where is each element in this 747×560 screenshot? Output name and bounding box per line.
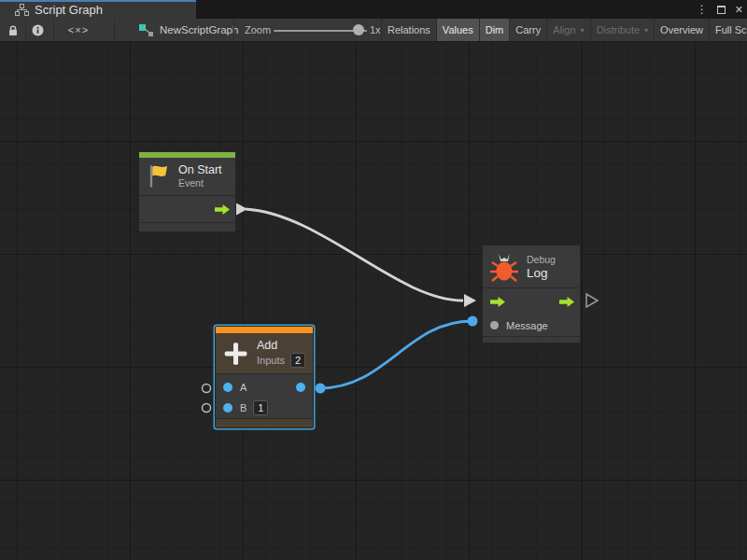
align-dropdown[interactable]: Align▾ [546, 19, 589, 41]
relations-button[interactable]: Relations [381, 19, 436, 41]
window-close-icon[interactable]: ✕ [735, 4, 743, 16]
overview-button[interactable]: Overview [654, 19, 709, 41]
node-on-start[interactable]: On Start Event [138, 151, 236, 232]
dropdown-caret-icon: ▾ [644, 26, 648, 35]
distribute-dropdown[interactable]: Distribute▾ [590, 19, 654, 41]
tab-active-highlight [0, 0, 196, 2]
values-button[interactable]: Values [436, 19, 479, 41]
tab-title: Script Graph [35, 3, 103, 17]
tab-script-graph[interactable]: Script Graph [0, 0, 196, 19]
window-tab-bar: Script Graph ⋮ ✕ [0, 0, 747, 19]
inputs-count-field[interactable]: 2 [290, 353, 305, 368]
graph-asset-reference[interactable]: NewScriptGraph [138, 19, 238, 41]
connections-layer [0, 42, 747, 560]
value-wire[interactable] [320, 321, 472, 388]
control-output-port[interactable] [559, 297, 574, 307]
graph-toolbar: <×> NewScriptGraph Zoom 1x Relations Val… [0, 19, 747, 42]
bug-icon [490, 251, 518, 283]
plus-icon [223, 340, 248, 368]
window-maximize-icon[interactable] [717, 6, 726, 14]
fullscreen-button[interactable]: Full Sc [709, 19, 747, 41]
value-wire-start-dot[interactable] [316, 384, 326, 394]
math-accent-bar [216, 327, 313, 333]
window-menu-icon[interactable]: ⋮ [697, 3, 708, 16]
control-input-port[interactable] [490, 297, 505, 307]
control-wire-arrowhead [464, 294, 476, 307]
unconnected-input-stub-b[interactable] [203, 404, 211, 413]
message-input-port[interactable] [490, 321, 499, 329]
node-debug-log[interactable]: Debug Log Message [482, 245, 581, 343]
graph-hierarchy-icon [15, 4, 29, 16]
dim-button[interactable]: Dim [479, 19, 510, 41]
input-port-b[interactable] [223, 403, 233, 413]
port-a-label: A [240, 382, 247, 393]
port-b-value-field[interactable]: 1 [253, 400, 268, 415]
graph-name-label: NewScriptGraph [160, 24, 238, 35]
input-port-a[interactable] [223, 383, 233, 392]
dropdown-caret-icon: ▾ [581, 26, 585, 35]
carry-button[interactable]: Carry [509, 19, 546, 41]
unconnected-input-stub-a[interactable] [203, 385, 211, 393]
node-title: Log [527, 266, 556, 280]
node-add[interactable]: Add Inputs 2 A B 1 [215, 326, 314, 428]
node-subtitle: Inputs [257, 355, 285, 367]
script-graph-asset-icon [138, 23, 153, 36]
control-wire[interactable] [246, 209, 463, 301]
zoom-label: Zoom [245, 24, 271, 35]
flag-icon [147, 163, 170, 189]
node-surtitle: Debug [527, 254, 556, 266]
port-b-label: B [240, 402, 247, 413]
control-output-port[interactable] [215, 204, 230, 215]
unconnected-output-stub[interactable] [586, 294, 598, 307]
graph-canvas[interactable]: On Start Event Debug L [0, 42, 747, 560]
info-icon[interactable] [27, 19, 48, 41]
code-view-icon[interactable]: <×> [58, 19, 99, 41]
message-port-label: Message [506, 320, 548, 331]
node-title: Add [257, 339, 305, 353]
zoom-slider-handle[interactable] [353, 24, 364, 35]
toolbar-buttons: Relations Values Dim Carry Align▾ Distri… [381, 19, 747, 41]
node-title: On Start [178, 163, 222, 177]
node-subtitle: Event [178, 177, 222, 189]
value-wire-end-dot[interactable] [468, 316, 478, 327]
lock-icon[interactable] [4, 19, 22, 41]
sum-output-port[interactable] [296, 383, 305, 392]
zoom-value: 1x [370, 24, 381, 35]
